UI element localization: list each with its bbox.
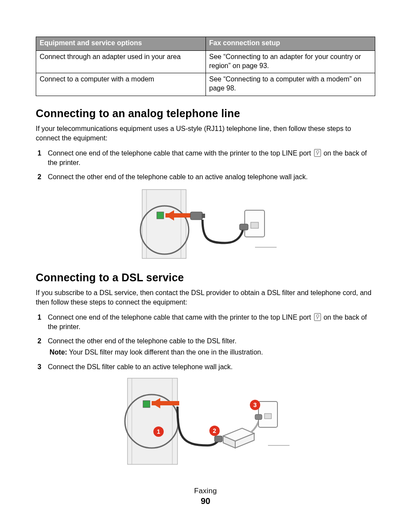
list-item: 3 Connect the DSL filter cable to an act…: [36, 362, 375, 372]
step-text: Connect the DSL filter cable to an activ…: [48, 363, 233, 370]
svg-rect-23: [265, 414, 271, 419]
footer-section-name: Faxing: [0, 487, 411, 495]
intro-analog: If your telecommunications equipment use…: [36, 124, 375, 143]
svg-text:3: 3: [253, 401, 257, 408]
steps-dsl: 1 Connect one end of the telephone cable…: [36, 313, 375, 371]
list-item: 1 Connect one end of the telephone cable…: [36, 149, 375, 167]
intro-dsl: If you subscribe to a DSL service, then …: [36, 288, 375, 307]
step-number: 1: [37, 149, 41, 158]
steps-analog: 1 Connect one end of the telephone cable…: [36, 149, 375, 182]
table-header-left: Equipment and service options: [36, 37, 206, 51]
step-number: 3: [37, 362, 41, 372]
table-header-right: Fax connection setup: [206, 37, 375, 51]
step-number: 1: [37, 313, 41, 322]
svg-rect-24: [255, 414, 262, 420]
step-number: 2: [37, 336, 41, 346]
svg-rect-9: [251, 222, 258, 228]
step-number: 2: [37, 172, 41, 182]
line-port-icon: [314, 313, 321, 321]
illustration-dsl-connection: 1 2 3: [121, 376, 290, 467]
svg-text:1: 1: [157, 428, 160, 435]
svg-point-4: [140, 206, 189, 254]
heading-analog: Connecting to an analog telephone line: [36, 107, 375, 120]
list-item: 2 Connect the other end of the telephone…: [36, 336, 375, 357]
table-row: Connect to a computer with a modem See “…: [36, 73, 375, 96]
page-number: 90: [0, 496, 411, 506]
step-text: Connect one end of the telephone cable t…: [48, 149, 313, 157]
cell-setup: See “Connecting to a computer with a mod…: [206, 73, 375, 96]
equipment-options-table: Equipment and service options Fax connec…: [36, 37, 375, 96]
step-text: Connect the other end of the telephone c…: [48, 337, 237, 345]
step-text: Connect the other end of the telephone c…: [48, 173, 308, 180]
step-text: Connect one end of the telephone cable t…: [48, 314, 313, 321]
line-port-icon: [314, 149, 321, 157]
svg-rect-18: [215, 436, 222, 442]
note-body: Your DSL filter may look different than …: [67, 348, 263, 356]
illustration-analog-connection: [134, 187, 277, 260]
document-page: Equipment and service options Fax connec…: [0, 0, 411, 532]
note: Note: Your DSL filter may look different…: [50, 348, 375, 357]
list-item: 1 Connect one end of the telephone cable…: [36, 313, 375, 331]
list-item: 2 Connect the other end of the telephone…: [36, 172, 375, 182]
svg-rect-6: [190, 212, 202, 220]
cell-option: Connect to a computer with a modem: [36, 73, 206, 96]
page-footer: Faxing 90: [0, 487, 411, 506]
cell-option: Connect through an adapter used in your …: [36, 50, 206, 73]
svg-rect-10: [240, 224, 248, 230]
cell-setup: See “Connecting to an adapter for your c…: [206, 50, 375, 73]
note-label: Note:: [50, 348, 67, 356]
svg-rect-7: [202, 214, 205, 218]
svg-text:2: 2: [213, 427, 216, 434]
heading-dsl: Connecting to a DSL service: [36, 271, 375, 284]
table-row: Connect through an adapter used in your …: [36, 50, 375, 73]
